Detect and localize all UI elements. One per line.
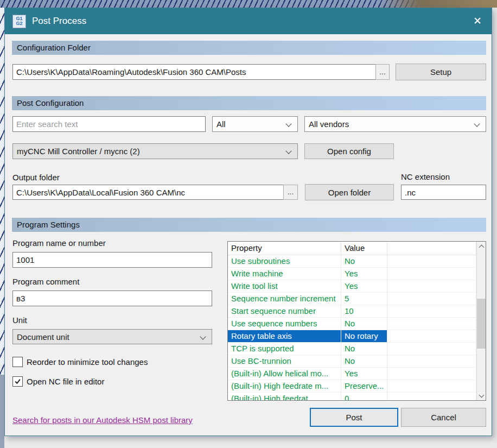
vendor-filter-dropdown[interactable]: All vendors [304, 116, 486, 132]
reorder-checkbox-label: Reorder to minimize tool changes [27, 357, 148, 367]
property-cell[interactable]: Use BC-trunnion [228, 355, 341, 368]
scrollbar-up-icon[interactable] [479, 244, 484, 249]
empty-cell [387, 280, 476, 293]
property-cell[interactable]: Use sequence numbers [228, 318, 341, 330]
property-cell[interactable]: Use subroutines [228, 255, 341, 268]
empty-cell [387, 318, 476, 330]
empty-cell [387, 268, 476, 280]
chevron-down-icon [285, 148, 291, 154]
table-row[interactable]: Rotary table axis No rotary [228, 330, 476, 343]
title-bar[interactable]: G1 G2 Post Process ✕ [5, 8, 492, 34]
config-folder-browse-button[interactable]: ... [375, 64, 390, 80]
table-row[interactable]: Use BC-trunnion No [228, 355, 476, 368]
unit-value: Document unit [17, 332, 69, 342]
post-configuration-value: myCNC Mill Controller / mycnc (2) [17, 147, 140, 156]
column-header-empty [387, 242, 476, 255]
empty-cell [387, 255, 476, 268]
open-folder-button[interactable]: Open folder [305, 184, 394, 200]
config-folder-path-input[interactable] [12, 64, 376, 80]
value-cell[interactable]: 10 [341, 305, 387, 318]
viewport-background-left-bottom [0, 375, 4, 448]
table-row[interactable]: (Built-in) High feedrate m... Preserve..… [228, 380, 476, 393]
empty-cell [387, 293, 476, 305]
table-row[interactable]: Sequence number increment 5 [228, 293, 476, 305]
value-cell[interactable]: Yes [341, 280, 387, 293]
value-cell[interactable]: No [341, 255, 387, 268]
property-cell[interactable]: Write tool list [228, 280, 341, 293]
nc-extension-input[interactable] [401, 185, 486, 200]
open-nc-checkbox-row[interactable]: Open NC file in editor [12, 376, 104, 387]
post-properties-table: Property Value Use subroutines No Write … [227, 241, 486, 401]
unit-label: Unit [12, 316, 27, 325]
program-name-input[interactable] [12, 252, 212, 268]
value-cell[interactable]: No [341, 318, 387, 330]
property-cell[interactable]: Write machine [228, 268, 341, 280]
output-folder-input[interactable] [12, 185, 284, 200]
close-icon[interactable]: ✕ [473, 15, 482, 27]
empty-cell [387, 393, 476, 400]
section-program-settings: Program Settings [12, 218, 486, 232]
empty-cell [387, 368, 476, 380]
table-header-row: Property Value [228, 242, 476, 255]
column-header-property: Property [228, 242, 341, 255]
table-row[interactable]: (Built-in) High feedrat... 0 [228, 393, 476, 400]
open-nc-checkbox[interactable] [12, 376, 23, 387]
scrollbar-down-icon[interactable] [479, 393, 484, 398]
output-folder-label: Output folder [12, 173, 60, 182]
type-filter-value: All [216, 119, 226, 129]
search-input[interactable] [12, 116, 206, 132]
table-row[interactable]: TCP is supported No [228, 343, 476, 355]
property-cell[interactable]: (Built-in) High feedrat... [228, 393, 341, 400]
type-filter-dropdown[interactable]: All [212, 116, 298, 132]
value-cell[interactable]: Yes [341, 268, 387, 280]
value-cell[interactable]: No [341, 355, 387, 368]
gcode-icon: G1 G2 [12, 15, 26, 28]
table-scrollbar[interactable] [476, 242, 486, 400]
empty-cell [387, 343, 476, 355]
output-folder-browse-button[interactable]: ... [283, 185, 298, 200]
property-cell[interactable]: Start sequence number [228, 305, 341, 318]
scrollbar-thumb[interactable] [477, 299, 486, 349]
value-cell[interactable]: No [341, 343, 387, 355]
unit-dropdown[interactable]: Document unit [12, 329, 212, 344]
reorder-checkbox[interactable] [12, 357, 23, 367]
value-cell[interactable]: 5 [341, 293, 387, 305]
screen: G1 G2 Post Process ✕ Configuration Folde… [0, 0, 497, 448]
cancel-button[interactable]: Cancel [401, 408, 486, 427]
window-title: Post Process [32, 16, 86, 27]
post-properties-rows: Property Value Use subroutines No Write … [228, 242, 476, 400]
table-row[interactable]: Start sequence number 10 [228, 305, 476, 318]
post-configuration-dropdown[interactable]: myCNC Mill Controller / mycnc (2) [12, 143, 298, 159]
property-cell[interactable]: TCP is supported [228, 343, 341, 355]
property-cell[interactable]: Rotary table axis [228, 330, 341, 343]
chevron-down-icon [285, 121, 291, 127]
table-row[interactable]: Write tool list Yes [228, 280, 476, 293]
value-cell[interactable]: Yes [341, 368, 387, 380]
property-cell[interactable]: Sequence number increment [228, 293, 341, 305]
value-cell[interactable]: 0 [341, 393, 387, 400]
table-row[interactable]: Use sequence numbers No [228, 318, 476, 330]
chevron-down-icon [474, 121, 480, 127]
hsm-post-library-link[interactable]: Search for posts in our Autodesk HSM pos… [12, 415, 193, 425]
viewport-background-top-right [380, 0, 497, 8]
table-row[interactable]: (Built-in) Allow helical mo... Yes [228, 368, 476, 380]
gcode-icon-line2: G2 [16, 21, 22, 26]
property-cell[interactable]: (Built-in) High feedrate m... [228, 380, 341, 393]
table-row[interactable]: Write machine Yes [228, 268, 476, 280]
vendor-filter-value: All vendors [309, 119, 349, 129]
chevron-down-icon [200, 333, 206, 339]
setup-button[interactable]: Setup [396, 64, 486, 80]
empty-cell [387, 355, 476, 368]
value-cell[interactable]: No rotary [341, 330, 387, 343]
post-button[interactable]: Post [310, 408, 398, 427]
reorder-checkbox-row[interactable]: Reorder to minimize tool changes [12, 357, 148, 367]
value-cell[interactable]: Preserve... [341, 380, 387, 393]
property-cell[interactable]: (Built-in) Allow helical mo... [228, 368, 341, 380]
column-header-value: Value [341, 242, 387, 255]
nc-extension-label: NC extension [401, 172, 450, 181]
open-config-button[interactable]: Open config [304, 143, 394, 159]
table-row[interactable]: Use subroutines No [228, 255, 476, 268]
program-comment-label: Program comment [12, 277, 79, 286]
checkmark-icon [14, 378, 21, 385]
program-comment-input[interactable] [12, 291, 212, 306]
